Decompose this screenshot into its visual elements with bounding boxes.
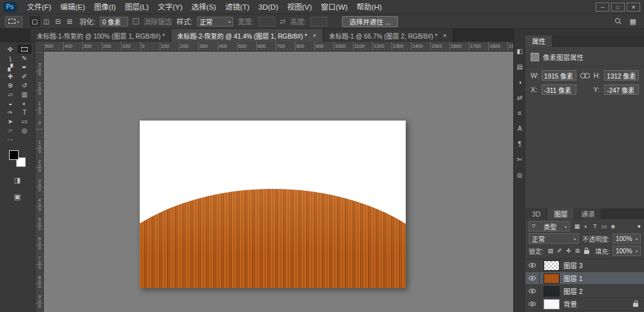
menu-item[interactable]: 3D(D): [254, 0, 283, 14]
panel-adjustments-icon[interactable]: ◑: [514, 74, 526, 90]
filter-adjustment-layers-icon[interactable]: ◐: [582, 222, 591, 231]
height-prop-field[interactable]: 1312 像素: [604, 70, 639, 81]
panel-character-icon[interactable]: A: [514, 121, 526, 136]
lock-transparency-icon[interactable]: ▨: [546, 246, 555, 256]
workspace-switcher-icon[interactable]: ▦: [630, 17, 636, 26]
layer-row[interactable]: 图层 1: [526, 272, 644, 285]
lock-position-icon[interactable]: ✜: [564, 246, 573, 256]
type-tool[interactable]: T: [17, 108, 32, 117]
new-selection-icon[interactable]: ▢: [30, 16, 40, 26]
zoom-tool[interactable]: ◎: [17, 126, 32, 135]
height-input[interactable]: [310, 17, 327, 26]
pen-tool[interactable]: ✑: [3, 108, 17, 117]
layers-panel-tab[interactable]: 图层: [547, 208, 574, 220]
panel-color-icon[interactable]: ◧: [514, 43, 526, 59]
menu-item[interactable]: 图层(L): [120, 0, 153, 14]
ruler-origin-corner[interactable]: [35, 42, 44, 52]
document-tab[interactable]: 未标题-1 @ 66.7% (图层 2, RGB/8#) *✕: [323, 29, 453, 42]
layer-filter-select[interactable]: ▽ 类型 ▾: [529, 221, 570, 231]
spot-healing-brush-tool[interactable]: ✚: [3, 72, 17, 81]
layer-filter-toggle-icon[interactable]: ●: [638, 223, 641, 229]
lock-all-icon[interactable]: [582, 246, 591, 256]
tab-properties[interactable]: 属性: [526, 35, 553, 47]
layer-row[interactable]: 背景: [526, 298, 644, 311]
dodge-tool[interactable]: ◐: [17, 99, 32, 108]
document-tab[interactable]: 未标题-2-恢复的 @ 41.4% (图层 1, RGB/8#) *✕: [171, 29, 323, 42]
layer-thumbnail[interactable]: [544, 286, 560, 297]
menu-item[interactable]: 编辑(E): [56, 0, 90, 14]
vertical-ruler[interactable]: 3002001000100200300400500600700800900: [35, 52, 44, 312]
filter-smart-objects-icon[interactable]: ◈: [609, 222, 618, 231]
minimize-button[interactable]: ─: [596, 3, 609, 12]
lock-paint-icon[interactable]: ✐: [555, 246, 564, 256]
x-prop-field[interactable]: -311 像素: [542, 84, 576, 95]
maximize-button[interactable]: □: [611, 3, 625, 12]
blend-mode-select[interactable]: 正常 ▾: [529, 233, 579, 244]
width-input[interactable]: [258, 17, 275, 26]
eyedropper-tool[interactable]: ✒: [17, 63, 32, 72]
close-button[interactable]: ✕: [627, 3, 640, 12]
menu-item[interactable]: 文件(F): [23, 0, 56, 14]
add-to-selection-icon[interactable]: ◫: [41, 16, 52, 26]
opacity-select[interactable]: 100% ▾: [612, 233, 641, 244]
filter-pixel-layers-icon[interactable]: ▦: [573, 222, 582, 231]
panel-info-icon[interactable]: ≡: [514, 105, 526, 121]
layer-thumbnail[interactable]: [544, 299, 560, 309]
subtract-from-selection-icon[interactable]: ⊟: [53, 16, 63, 26]
lasso-tool[interactable]: ʅ: [3, 54, 17, 63]
hand-tool[interactable]: ☞: [3, 126, 17, 135]
rectangle-tool[interactable]: ▭: [17, 117, 32, 126]
menu-item[interactable]: 选择(S): [187, 0, 220, 14]
canvas-area[interactable]: [44, 52, 513, 312]
panel-styles-icon[interactable]: ◎: [514, 167, 526, 182]
filter-shape-layers-icon[interactable]: ▭: [600, 222, 609, 231]
y-prop-field[interactable]: -247 像素: [604, 84, 639, 95]
foreground-color-swatch[interactable]: [9, 150, 19, 160]
quick-selection-tool[interactable]: ✎: [17, 54, 32, 63]
eraser-tool[interactable]: ▱: [3, 90, 17, 99]
tab-close-icon[interactable]: ✕: [442, 33, 447, 39]
layer-visibility-toggle[interactable]: [526, 259, 540, 271]
feather-input[interactable]: 0 像素: [100, 17, 128, 26]
panel-clone-source-icon[interactable]: ✄: [514, 151, 526, 167]
rectangular-marquee-tool[interactable]: [17, 44, 32, 54]
width-prop-field[interactable]: 1915 像素: [542, 70, 576, 81]
screen-mode-icon[interactable]: ▣: [0, 193, 35, 201]
menu-item[interactable]: 窗口(W): [316, 0, 352, 14]
menu-item[interactable]: 滤镜(T): [221, 0, 254, 14]
link-dimensions-icon[interactable]: [580, 72, 591, 79]
search-icon[interactable]: [615, 18, 621, 24]
menu-item[interactable]: 帮助(H): [352, 0, 386, 14]
layer-thumbnail[interactable]: [544, 273, 560, 284]
tab-close-icon[interactable]: ✕: [312, 33, 317, 39]
layer-visibility-toggle[interactable]: [526, 272, 540, 284]
link-dimensions-icon[interactable]: ⇄: [279, 17, 285, 26]
document-canvas[interactable]: [140, 121, 406, 288]
gradient-tool[interactable]: ▥: [17, 90, 32, 99]
layers-panel-tab[interactable]: 通道: [574, 208, 601, 220]
menu-item[interactable]: 视图(V): [283, 0, 316, 14]
crop-tool[interactable]: ▞: [3, 63, 17, 72]
horizontal-ruler[interactable]: 5004003002001000100200300400500600700800…: [44, 42, 513, 52]
style-select[interactable]: 正常 ▾: [197, 17, 233, 26]
brush-tool[interactable]: ✐: [17, 72, 32, 81]
path-selection-tool[interactable]: ➤: [3, 117, 17, 126]
current-tool-preset[interactable]: ▾: [5, 16, 23, 27]
filter-type-layers-icon[interactable]: T: [591, 222, 600, 231]
move-tool[interactable]: ✜: [3, 44, 17, 54]
clone-stamp-tool[interactable]: ⊕: [3, 81, 17, 90]
layer-row[interactable]: 图层 3: [526, 259, 644, 272]
lock-artboard-icon[interactable]: ⊞: [573, 246, 582, 256]
anti-alias-checkbox[interactable]: [133, 18, 139, 24]
menu-item[interactable]: 图像(I): [90, 0, 120, 14]
menu-item[interactable]: 文字(Y): [153, 0, 187, 14]
panel-libraries-icon[interactable]: ⇄: [514, 90, 526, 105]
panel-swatches-icon[interactable]: ▤: [514, 59, 526, 74]
history-brush-tool[interactable]: ↺: [17, 81, 32, 90]
intersect-selection-icon[interactable]: ⊞: [64, 16, 75, 26]
quick-mask-icon[interactable]: ◨: [0, 176, 35, 184]
blur-tool[interactable]: ◒: [3, 99, 17, 108]
layer-visibility-toggle[interactable]: [526, 285, 540, 297]
layers-panel-tab[interactable]: 3D: [526, 208, 547, 220]
select-and-mask-button[interactable]: 选择并遮住 ...: [342, 16, 397, 27]
